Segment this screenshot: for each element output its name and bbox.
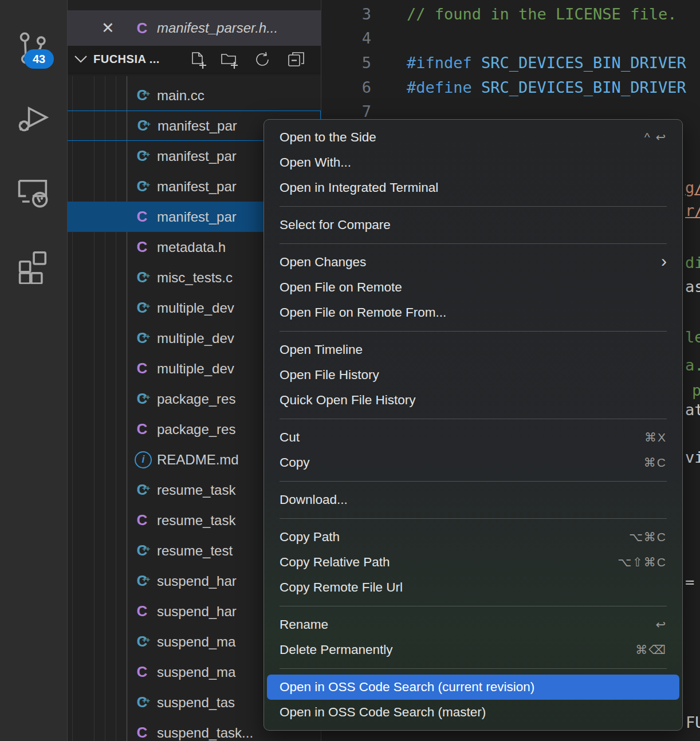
- line-number: 6: [321, 78, 371, 96]
- explorer-section-header[interactable]: FUCHSIA ...: [67, 46, 321, 73]
- file-name: main.cc: [157, 88, 205, 104]
- file-name: package_res: [157, 421, 235, 437]
- menu-item-label: Open File History: [280, 368, 379, 383]
- cpp-file-icon: C: [133, 117, 152, 135]
- menu-item[interactable]: Select for Compare: [264, 212, 682, 238]
- menu-item[interactable]: Open Changes›: [264, 250, 682, 275]
- menu-item-label: Open File on Remote From...: [280, 305, 446, 320]
- menu-separator: [280, 668, 667, 669]
- cpp-file-icon: C: [132, 147, 152, 165]
- menu-item[interactable]: Copy⌘C: [264, 450, 682, 475]
- activity-bar: 43: [0, 0, 68, 741]
- menu-separator: [280, 331, 667, 332]
- open-editor-label: manifest_parser.h...: [157, 20, 278, 36]
- menu-item-label: Quick Open File History: [280, 393, 416, 408]
- line-number: 3: [321, 5, 371, 23]
- menu-item[interactable]: Open in OSS Code Search (current revisio…: [267, 675, 679, 700]
- menu-item[interactable]: Download...: [264, 487, 682, 513]
- menu-separator: [280, 206, 667, 207]
- cpp-file-icon: C: [132, 481, 152, 499]
- chevron-down-icon: [73, 54, 88, 64]
- menu-item[interactable]: Copy Path⌥⌘C: [264, 525, 682, 550]
- file-name: manifest_par: [157, 148, 237, 164]
- file-name: README.md: [157, 452, 239, 468]
- menu-shortcut: ↩: [655, 618, 667, 632]
- file-name: resume_task: [157, 482, 235, 498]
- cpp-file-icon: C: [132, 86, 152, 104]
- line-number: 4: [321, 29, 371, 47]
- new-folder-icon[interactable]: [219, 50, 239, 69]
- cpp-file-icon: C: [132, 269, 152, 286]
- file-name: suspend_har: [157, 604, 237, 620]
- code-token: // found in the LICENSE file.: [407, 5, 677, 23]
- file-name: misc_tests.c: [157, 270, 233, 286]
- menu-item[interactable]: Copy Relative Path⌥⇧⌘C: [264, 550, 682, 575]
- menu-item[interactable]: Open Timeline: [264, 337, 682, 362]
- open-editor-item-active[interactable]: ✕ C manifest_parser.h...: [67, 10, 321, 46]
- menu-shortcut: ⌥⇧⌘C: [618, 555, 667, 569]
- menu-item[interactable]: Open File on Remote: [264, 275, 682, 300]
- file-name: multiple_dev: [157, 300, 234, 316]
- info-file-icon: i: [135, 451, 152, 468]
- code-line: 5#ifndef SRC_DEVICES_BIN_DRIVER: [321, 50, 700, 75]
- code-lines: 3// found in the LICENSE file.45#ifndef …: [321, 2, 700, 124]
- submenu-arrow-icon: ›: [661, 253, 667, 270]
- section-title: FUCHSIA ...: [93, 53, 160, 66]
- menu-shortcut: ⌘C: [644, 456, 667, 470]
- file-name: manifest_par: [158, 118, 237, 134]
- c-file-icon: C: [132, 420, 152, 438]
- menu-item-label: Copy: [280, 455, 310, 470]
- remote-explorer-icon[interactable]: [14, 173, 53, 212]
- menu-item[interactable]: Rename↩: [264, 612, 682, 637]
- menu-item[interactable]: Cut⌘X: [264, 425, 682, 450]
- cpp-file-icon: C: [132, 299, 152, 317]
- context-menu: Open to the Side^ ↩Open With...Open in I…: [264, 119, 683, 731]
- open-editor-label: block-device...: [157, 0, 245, 3]
- file-name: multiple_dev: [157, 330, 234, 346]
- code-token: SRC_DEVICES_BIN_DRIVER: [481, 78, 686, 96]
- menu-item[interactable]: Delete Permanently⌘⌫: [264, 637, 682, 663]
- menu-item[interactable]: Open in Integrated Terminal: [264, 175, 682, 200]
- source-control-icon[interactable]: 43: [14, 29, 53, 68]
- menu-item-label: Open Changes: [280, 255, 366, 270]
- problems-badge: 3: [284, 0, 291, 3]
- file-name: resume_task: [157, 513, 235, 529]
- open-editor-item-block-device[interactable]: C block-device... 3: [67, 0, 321, 10]
- menu-item-label: Copy Relative Path: [280, 555, 390, 570]
- menu-item[interactable]: Quick Open File History: [264, 388, 682, 413]
- menu-item[interactable]: Open File on Remote From...: [264, 300, 682, 325]
- code-token: SRC_DEVICES_BIN_DRIVER: [481, 54, 686, 72]
- code-line: 6#define SRC_DEVICES_BIN_DRIVER: [321, 75, 700, 100]
- cpp-file-icon: C: [132, 390, 152, 408]
- code-line: 4: [321, 26, 700, 51]
- file-name: suspend_tas: [157, 695, 235, 711]
- file-name: manifest_par: [157, 209, 237, 225]
- menu-item-label: Open Timeline: [280, 342, 363, 357]
- menu-item[interactable]: Open in OSS Code Search (master): [264, 700, 682, 725]
- refresh-icon[interactable]: [253, 50, 272, 69]
- menu-item[interactable]: Copy Remote File Url: [264, 575, 682, 600]
- menu-item-label: Open in OSS Code Search (current revisio…: [280, 680, 534, 695]
- c-file-icon: C: [132, 724, 152, 741]
- file-tree-item[interactable]: Cmain.cc: [67, 80, 321, 111]
- collapse-all-icon[interactable]: [286, 50, 306, 69]
- menu-item[interactable]: Open File History: [264, 362, 682, 388]
- menu-item-label: Copy Remote File Url: [280, 580, 403, 595]
- new-file-icon[interactable]: [188, 50, 207, 69]
- menu-item-label: Cut: [280, 430, 300, 445]
- code-line: 3// found in the LICENSE file.: [321, 2, 700, 26]
- cpp-file-icon: C: [132, 542, 152, 559]
- menu-separator: [280, 481, 667, 482]
- run-and-debug-icon[interactable]: [14, 98, 53, 137]
- code-token: #ifndef: [407, 54, 481, 72]
- menu-item-label: Open in Integrated Terminal: [280, 180, 438, 195]
- c-file-icon: C: [132, 19, 152, 37]
- menu-shortcut: ⌘⌫: [635, 643, 667, 657]
- menu-item[interactable]: Open With...: [264, 150, 682, 175]
- menu-separator: [280, 518, 667, 519]
- menu-item-label: Open to the Side: [280, 130, 376, 145]
- menu-item[interactable]: Open to the Side^ ↩: [264, 125, 682, 150]
- close-icon[interactable]: ✕: [101, 21, 115, 36]
- c-file-icon: C: [132, 208, 152, 226]
- extensions-icon[interactable]: [14, 245, 53, 284]
